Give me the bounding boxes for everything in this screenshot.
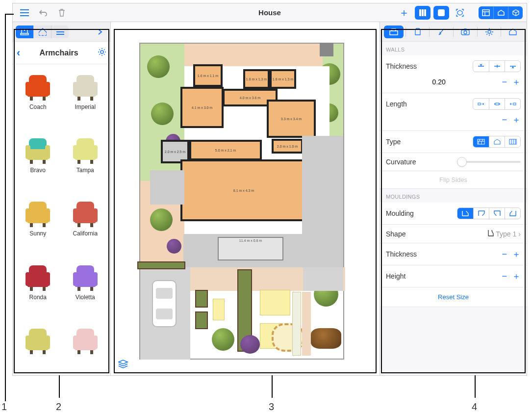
inspector-tab-lights[interactable] [480,26,499,38]
trash-icon[interactable] [54,6,70,20]
thickness-align-center[interactable] [489,61,505,72]
back-icon[interactable]: ‹ [17,47,20,59]
reset-size-button[interactable]: Reset Size [380,287,527,307]
library-list-icon[interactable] [51,26,69,38]
undo-icon[interactable] [35,6,51,20]
svg-rect-5 [482,10,489,16]
layers-icon[interactable] [117,359,129,369]
library-item[interactable]: Bravo [16,132,60,187]
add-button[interactable]: ＋ [396,6,412,20]
callout-line-4 [475,375,476,398]
thickness-row: Thickness 0.20 − ＋ [380,55,527,93]
inspector-tab-cameras[interactable] [456,26,475,38]
patio: 11.4 m x 0.8 m [183,234,306,267]
library-item[interactable]: Sunny [16,196,60,250]
library-item[interactable]: California [63,196,108,250]
floor-plan-canvas[interactable]: 1.6 m x 1.1 m 1.8 m x 1.3 m 1.8 m x 1.3 … [139,43,344,360]
shape-label: Shape [386,230,405,238]
length-increase[interactable]: ＋ [512,114,521,126]
moulding-thickness-row: Thickness − ＋ [380,243,527,265]
library-item-name: Coach [16,104,60,110]
length-anchor-left[interactable] [473,99,489,109]
curvature-row: Curvature [380,153,527,171]
callout-number-1: 1 [1,401,7,413]
inspector-tab-object[interactable] [384,26,404,38]
library-item-name: California [63,230,108,237]
inspector-tab-materials[interactable] [408,26,428,38]
moulding-base[interactable] [457,208,473,219]
library-panel: ‹ Armchairs CoachImperialBravoTampaSunny… [13,22,111,375]
library-item-name: Violetta [63,294,108,301]
wall-type-roof[interactable] [489,136,505,147]
library-item-name: Ronda [16,294,60,301]
chevron-right-icon: › [518,230,521,238]
callout-line-1 [5,14,14,15]
chair-thumbnail [22,69,53,101]
svg-point-9 [488,30,491,33]
library-expand-icon[interactable] [93,26,107,38]
svg-rect-2 [424,9,426,16]
svg-rect-11 [496,103,499,105]
thickness-value: 0.20 [432,78,446,86]
moulding-base-right[interactable] [505,208,520,219]
view-elevation-icon[interactable] [493,6,508,19]
chair-thumbnail [70,69,101,101]
chair-thumbnail [70,196,101,227]
library-toggle-icon[interactable] [415,6,431,20]
inspector-tab-2dprops[interactable] [431,26,451,38]
thickness-align-segment [473,60,521,72]
library-header: ‹ Armchairs [13,42,110,64]
canvas-area[interactable]: 1.6 m x 1.1 m 1.8 m x 1.3 m 1.8 m x 1.3 … [111,22,380,375]
gear-icon[interactable] [98,48,106,58]
ar-icon[interactable] [452,6,468,20]
moulding-crown-left[interactable] [473,208,489,219]
library-item-name: Imperial [63,104,108,110]
menu-icon[interactable] [17,6,32,20]
height-decrease[interactable]: − [502,271,507,282]
length-anchor-right[interactable] [505,99,520,109]
svg-rect-0 [419,9,421,16]
thickness-decrease[interactable]: − [502,77,507,87]
library-item[interactable]: Imperial [63,69,108,124]
flip-sides-button[interactable]: Flip Sides [380,171,527,189]
view-3d-icon[interactable] [508,6,523,19]
length-anchor-center[interactable] [489,99,505,109]
chair-thumbnail [70,132,101,164]
chair-thumbnail [22,323,53,354]
wall-type-glass[interactable] [505,136,520,147]
callout-number-4: 4 [472,401,477,413]
svg-rect-10 [478,103,481,105]
curvature-slider[interactable] [457,161,521,163]
room: 8.1 m x 4.3 m [180,159,307,221]
info-toggle-icon[interactable]: i [433,6,449,20]
length-decrease[interactable]: − [502,115,507,125]
inspector-tab-building[interactable] [503,26,523,38]
thickness-align-start[interactable] [473,61,489,72]
thickness-increase[interactable]: ＋ [512,76,521,88]
car-icon [152,280,177,327]
moulding-thickness-decrease[interactable]: − [502,249,507,259]
library-item[interactable]: Ronda [16,259,60,314]
library-item[interactable]: Tampa [63,132,108,187]
height-increase[interactable]: ＋ [512,270,521,282]
shape-row[interactable]: Shape Type 1 › [380,225,527,243]
length-row: Length − ＋ [380,93,527,131]
height-label: Height [386,272,405,280]
svg-rect-12 [513,103,516,105]
library-item[interactable] [63,323,108,370]
library-objects-icon[interactable] [16,26,33,38]
library-item[interactable]: Violetta [63,259,108,314]
curvature-label: Curvature [386,158,416,166]
library-materials-icon[interactable] [33,26,51,38]
thickness-align-end[interactable] [505,61,520,72]
wall-type-bearing[interactable] [473,136,489,147]
chair-thumbnail [70,259,101,291]
callout-line-2 [59,375,60,398]
view-2d-icon[interactable] [479,6,493,19]
moulding-crown-right[interactable] [489,208,505,219]
callout-line-3 [272,375,273,398]
library-item[interactable]: Coach [16,69,60,124]
moulding-thickness-increase[interactable]: ＋ [512,248,521,260]
shape-value: Type 1 [496,230,516,238]
library-item[interactable] [16,323,60,370]
